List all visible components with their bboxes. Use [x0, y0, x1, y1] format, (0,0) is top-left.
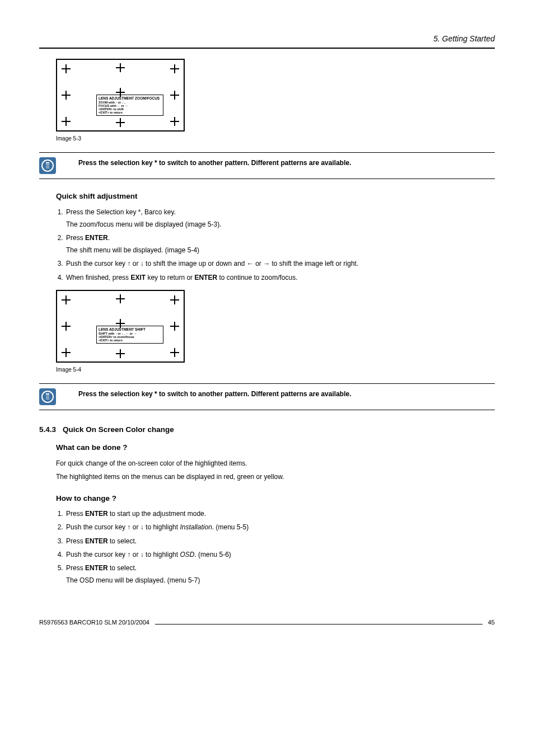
step: Press ENTER to select.	[65, 537, 495, 546]
figure-5-3: LENS ADJUSTMENT ZOOM/FOCUS ZOOM with ↑ o…	[56, 59, 495, 143]
cross-icon	[62, 117, 71, 126]
section-heading: 5.4.3 Quick On Screen Color change	[39, 425, 495, 435]
figure-caption: Image 5-3	[56, 135, 495, 143]
step: Press the Selection key *, Barco key. Th…	[65, 208, 495, 229]
cross-icon	[170, 64, 179, 73]
keyword: ENTER	[85, 510, 108, 518]
cross-icon	[170, 295, 179, 304]
note-block: Press the selection key * to switch to a…	[39, 383, 495, 410]
step-result: The shift menu will be displayed. (image…	[66, 246, 495, 255]
section-number: 5.4.3	[39, 425, 56, 435]
heading-quick-shift: Quick shift adjustment	[56, 191, 495, 201]
keyword: ENTER	[85, 234, 108, 242]
header-rule	[39, 48, 495, 49]
step-text: Press the Selection key *, Barco key.	[66, 208, 176, 216]
steps-list: Press the Selection key *, Barco key. Th…	[65, 208, 495, 282]
step-text: key to return or	[146, 274, 194, 281]
step-text: to continue to zoom/focus.	[217, 274, 297, 281]
note-rule	[39, 410, 495, 410]
step-text: . (menu 5-6)	[194, 551, 231, 558]
step: Press ENTER to select. The OSD menu will…	[65, 564, 495, 585]
step: Push the cursor key ↑ or ↓ to shift the …	[65, 259, 495, 268]
osd-menu-title: LENS ADJUSTMENT ZOOM/FOCUS	[99, 96, 161, 100]
osd-menu-line: <EXIT> to return	[99, 111, 161, 114]
step-text: .	[108, 234, 110, 242]
keyword-italic: OSD	[180, 551, 194, 558]
heading-how: How to change ?	[56, 494, 495, 504]
svg-point-0	[42, 160, 53, 171]
step: Push the cursor key ↑ or ↓ to highlight …	[65, 523, 495, 532]
step-text: Push the cursor key ↑ or ↓ to highlight	[66, 523, 180, 531]
cross-icon	[62, 64, 71, 73]
step-text: When finished, press	[66, 274, 130, 281]
chapter-heading: 5. Getting Started	[39, 34, 495, 44]
step-text: to select.	[108, 537, 137, 545]
section-title: Quick On Screen Color change	[63, 425, 174, 435]
osd-menu-line: <EXIT> to return	[99, 339, 161, 342]
cross-icon	[116, 349, 125, 358]
cross-icon	[62, 322, 71, 331]
cross-icon	[62, 295, 71, 304]
cross-icon	[62, 348, 71, 357]
keyword-italic: Installation	[180, 523, 212, 531]
cross-icon	[116, 294, 125, 303]
step: Press ENTER. The shift menu will be disp…	[65, 233, 495, 255]
step-text: to start up the adjustment mode.	[108, 510, 206, 518]
footer-left: R5976563 BARCOR10 SLM 20/10/2004	[39, 618, 149, 627]
step-text: . (menu 5-5)	[212, 523, 249, 531]
footer-rule	[155, 624, 483, 624]
step: Push the cursor key ↑ or ↓ to highlight …	[65, 550, 495, 559]
cross-icon	[116, 63, 125, 72]
keyword: EXIT	[130, 274, 146, 281]
note-icon	[39, 157, 56, 174]
osd-menu-title: LENS ADJUSTMENT SHIFT	[99, 327, 161, 331]
svg-point-5	[42, 391, 53, 402]
svg-rect-1	[46, 162, 49, 163]
osd-menu-box: LENS ADJUSTMENT SHIFT SHIFT with ↑ or ↓ …	[96, 326, 163, 344]
keyword: ENTER	[85, 564, 108, 572]
projection-grid: LENS ADJUSTMENT SHIFT SHIFT with ↑ or ↓ …	[56, 290, 185, 363]
cross-icon	[170, 322, 179, 331]
step-text: Push the cursor key ↑ or ↓ to highlight	[66, 551, 180, 558]
note-block: Press the selection key * to switch to a…	[39, 152, 495, 179]
keyword: ENTER	[85, 537, 108, 545]
projection-grid: LENS ADJUSTMENT ZOOM/FOCUS ZOOM with ↑ o…	[56, 59, 185, 132]
cross-icon	[170, 348, 179, 357]
figure-caption: Image 5-4	[56, 366, 495, 374]
step: When finished, press EXIT key to return …	[65, 273, 495, 282]
step-result: The OSD menu will be displayed. (menu 5-…	[66, 576, 495, 585]
step-text: to select.	[108, 564, 137, 572]
heading-what: What can be done ?	[56, 443, 495, 453]
step-text: Press	[66, 234, 85, 242]
cross-icon	[62, 91, 71, 100]
figure-5-4: LENS ADJUSTMENT SHIFT SHIFT with ↑ or ↓ …	[56, 290, 495, 374]
step-text: Press	[66, 564, 85, 572]
page-footer: R5976563 BARCOR10 SLM 20/10/2004 45	[39, 618, 495, 627]
step-result: The zoom/focus menu will be displayed (i…	[66, 220, 495, 229]
steps-list: Press ENTER to start up the adjustment m…	[65, 509, 495, 585]
note-icon	[39, 388, 56, 405]
note-rule	[39, 179, 495, 179]
page-number: 45	[488, 618, 495, 627]
step: Press ENTER to start up the adjustment m…	[65, 509, 495, 518]
body-text: For quick change of the on-screen color …	[56, 459, 495, 468]
cross-icon	[170, 117, 179, 126]
body-text: The highlighted items on the menus can b…	[56, 472, 495, 481]
step-text: Press	[66, 510, 85, 518]
cross-icon	[116, 118, 125, 127]
keyword: ENTER	[194, 274, 217, 281]
step-text: Press	[66, 537, 85, 545]
step-text: Push the cursor key ↑ or ↓ to shift the …	[66, 260, 358, 267]
note-text: Press the selection key * to switch to a…	[78, 388, 351, 398]
osd-menu-box: LENS ADJUSTMENT ZOOM/FOCUS ZOOM with ↑ o…	[96, 95, 163, 116]
note-text: Press the selection key * to switch to a…	[78, 157, 351, 167]
svg-rect-6	[46, 393, 49, 395]
cross-icon	[170, 91, 179, 100]
